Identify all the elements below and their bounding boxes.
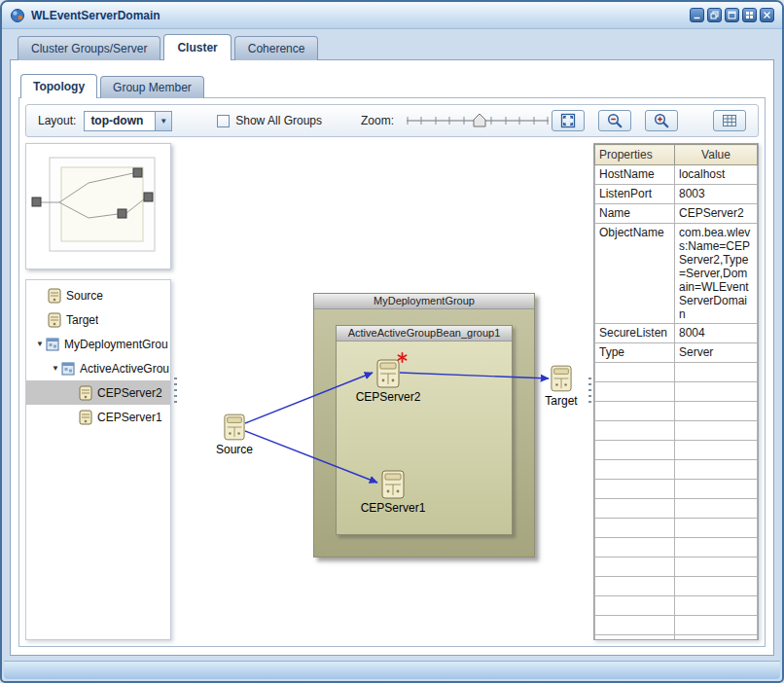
tab-cluster[interactable]: Cluster: [163, 34, 231, 60]
tree-item-label: Source: [66, 289, 103, 303]
property-name-cell: Name: [595, 204, 675, 224]
property-name-cell: [595, 402, 675, 421]
zoom-slider-thumb: [474, 114, 485, 126]
zoom-slider[interactable]: [404, 111, 552, 130]
table-row[interactable]: [595, 441, 758, 460]
close-icon: [763, 11, 771, 19]
deployment-group-title: MyDeploymentGroup: [314, 294, 534, 309]
properties-table-body: HostNamelocalhostListenPort8003NameCEPSe…: [595, 165, 758, 641]
restore-icon: [710, 11, 719, 19]
table-row[interactable]: TypeServer: [595, 343, 758, 363]
status-bar: [4, 661, 780, 679]
property-name-cell: [595, 421, 675, 441]
node-cepserver2[interactable]: CEPServer2: [349, 359, 427, 404]
sub-tab-bar: Topology Group Member: [20, 74, 204, 98]
maximize-icon: [728, 11, 736, 19]
table-row[interactable]: NameCEPServer2: [595, 204, 758, 224]
property-name-cell: [595, 635, 675, 641]
table-row[interactable]: [595, 616, 758, 635]
restore-button[interactable]: [707, 8, 722, 22]
property-name-cell: [595, 363, 675, 382]
tree-item-cepserver1[interactable]: CEPServer1: [26, 405, 170, 429]
topology-canvas[interactable]: MyDeploymentGroup ActiveActiveGroupBean_…: [179, 143, 586, 640]
main-tab-bar: Cluster Groups/Server Cluster Coherence: [18, 34, 318, 60]
table-row[interactable]: [595, 460, 758, 480]
overview-minimap[interactable]: [25, 143, 171, 270]
tree-item-mydeploymentgroup[interactable]: ▼ MyDeploymentGrou: [26, 332, 170, 356]
table-row[interactable]: [595, 557, 758, 577]
application-window: WLEventServerDomain Cluster Groups/Serve…: [0, 0, 784, 683]
active-active-group-box[interactable]: ActiveActiveGroupBean_group1: [336, 325, 513, 535]
table-row[interactable]: HostNamelocalhost: [595, 165, 758, 185]
properties-column-header[interactable]: Properties: [595, 145, 675, 165]
property-value-cell: localhost: [675, 165, 758, 185]
expand-arrow-icon[interactable]: ▼: [50, 364, 61, 373]
tree-item-cepserver2[interactable]: CEPServer2: [26, 380, 170, 405]
tab-cluster-groups-server[interactable]: Cluster Groups/Server: [18, 36, 160, 60]
expand-arrow-icon[interactable]: ▼: [34, 340, 46, 348]
table-row[interactable]: [595, 635, 758, 641]
table-row[interactable]: [595, 480, 758, 499]
table-row[interactable]: [595, 402, 758, 421]
left-splitter[interactable]: [171, 143, 179, 640]
deployment-group-box[interactable]: MyDeploymentGroup ActiveActiveGroupBean_…: [313, 293, 535, 557]
property-value-cell: [675, 499, 758, 519]
property-name-cell: [595, 499, 675, 519]
node-source[interactable]: Source: [211, 413, 258, 456]
table-row[interactable]: [595, 538, 758, 557]
value-column-header[interactable]: Value: [675, 145, 758, 165]
table-row[interactable]: [595, 363, 758, 382]
server-icon: [224, 413, 245, 441]
table-row[interactable]: ListenPort8003: [595, 185, 758, 204]
property-name-cell: ListenPort: [595, 185, 675, 204]
property-value-cell: com.bea.wlevs:Name=CEPServer2,Type=Serve…: [675, 224, 758, 324]
table-row[interactable]: SecureListen8004: [595, 324, 758, 343]
group-icon: [61, 362, 75, 376]
layout-dropdown[interactable]: top-down ▼: [84, 111, 172, 131]
tree-item-source[interactable]: Source: [26, 283, 170, 307]
zoom-out-button[interactable]: [598, 110, 631, 131]
property-value-cell: [675, 441, 758, 460]
tree-item-activeactivegroup[interactable]: ▼ ActiveActiveGrou: [26, 356, 170, 380]
right-splitter[interactable]: [586, 143, 593, 640]
table-row[interactable]: [595, 596, 758, 616]
table-row[interactable]: [595, 499, 758, 519]
property-name-cell: [595, 519, 675, 538]
layout-dropdown-value: top-down: [85, 112, 155, 130]
tree-item-target[interactable]: Target: [26, 307, 170, 332]
tab-group-member[interactable]: Group Member: [100, 76, 204, 98]
zoom-in-button[interactable]: [645, 110, 678, 131]
property-name-cell: SecureListen: [595, 324, 675, 343]
properties-table: Properties Value HostNamelocalhostListen…: [594, 144, 758, 640]
node-target[interactable]: Target: [538, 365, 585, 408]
magnifier-minus-icon: [606, 112, 624, 129]
tree-item-label: MyDeploymentGrou: [64, 338, 168, 351]
fit-to-window-button[interactable]: [552, 110, 585, 131]
table-row[interactable]: [595, 382, 758, 402]
table-row[interactable]: [595, 421, 758, 441]
grid-view-button[interactable]: [713, 110, 746, 131]
tree-item-label: ActiveActiveGrou: [80, 362, 169, 376]
main-row: Source Target ▼: [25, 143, 759, 640]
tree-item-label: CEPServer2: [97, 386, 162, 400]
grid-icon: [721, 112, 738, 129]
close-button[interactable]: [760, 8, 774, 22]
maximize-button[interactable]: [725, 8, 739, 22]
table-row[interactable]: [595, 577, 758, 596]
node-cepserver1[interactable]: CEPServer1: [354, 470, 432, 515]
tab-topology[interactable]: Topology: [20, 74, 97, 98]
zoom-label: Zoom:: [361, 114, 394, 127]
show-all-groups-checkbox[interactable]: [217, 115, 230, 127]
group-icon: [46, 338, 59, 351]
tab-coherence[interactable]: Coherence: [234, 36, 319, 60]
minimize-button[interactable]: [690, 8, 704, 22]
node-label: Target: [545, 394, 577, 408]
table-row[interactable]: ObjectNamecom.bea.wlevs:Name=CEPServer2,…: [595, 224, 758, 324]
property-name-cell: [595, 460, 675, 480]
tile-button[interactable]: [742, 8, 757, 22]
property-value-cell: [675, 363, 758, 382]
property-value-cell: [675, 577, 758, 596]
window-titlebar[interactable]: WLEventServerDomain: [2, 2, 782, 29]
server-icon: [48, 288, 61, 304]
table-row[interactable]: [595, 519, 758, 538]
